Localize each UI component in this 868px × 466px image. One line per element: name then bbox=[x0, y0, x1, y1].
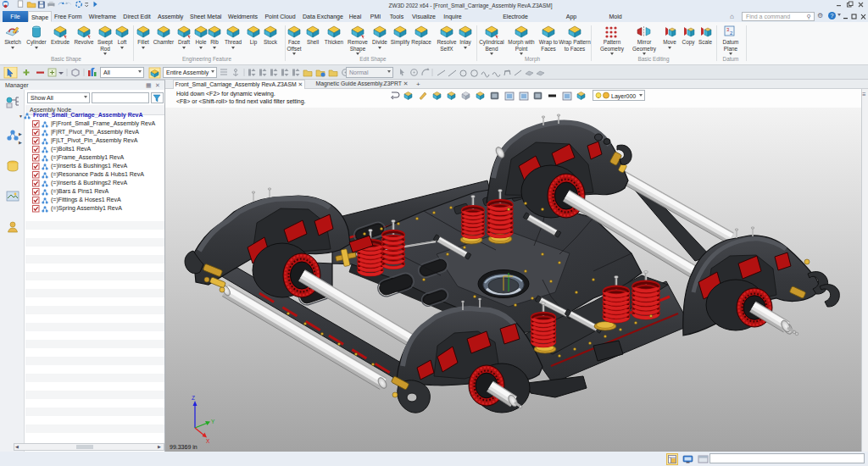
svg-text:X: X bbox=[206, 438, 210, 444]
svg-text:Layer000: Layer000 bbox=[611, 93, 636, 100]
svg-text:Z: Z bbox=[192, 395, 195, 401]
svg-text:Y: Y bbox=[211, 419, 215, 424]
